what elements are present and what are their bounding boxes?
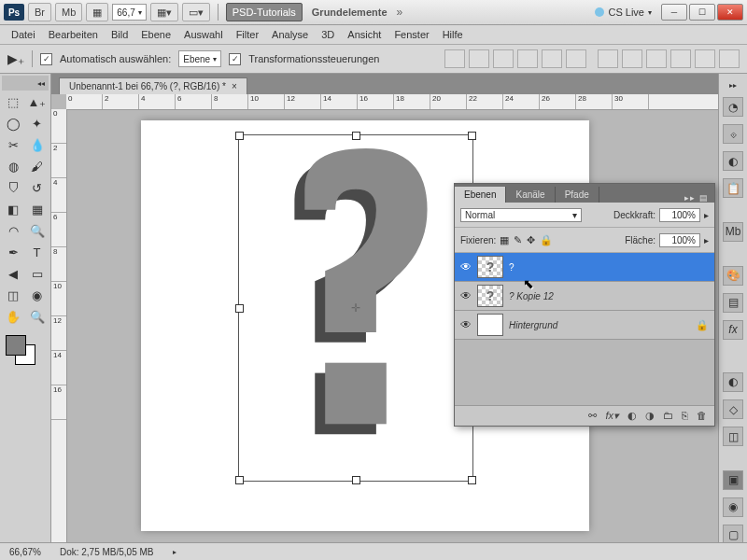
- close-button[interactable]: ✕: [717, 4, 743, 21]
- dock-swatches-icon[interactable]: 🎨: [723, 266, 743, 286]
- screenmode-button[interactable]: ▭▾: [182, 3, 210, 21]
- fill-input[interactable]: 100%: [659, 233, 700, 247]
- maximize-button[interactable]: ☐: [689, 4, 715, 21]
- dock-styles-icon[interactable]: ▤: [723, 293, 743, 313]
- history-brush-tool[interactable]: ↺: [26, 177, 49, 198]
- tab-pfade[interactable]: Pfade: [556, 187, 599, 203]
- marquee-tool[interactable]: ⬚: [2, 91, 24, 112]
- layer-name[interactable]: ?: [509, 262, 514, 273]
- handle-bl[interactable]: [235, 476, 244, 484]
- menu-fenster[interactable]: Fenster: [394, 29, 429, 40]
- dock-layers-icon[interactable]: ▣: [723, 470, 743, 490]
- arrange-button[interactable]: ▦▾: [150, 3, 178, 21]
- tab-kanaele[interactable]: Kanäle: [506, 187, 555, 203]
- toolbox-collapse-icon[interactable]: ◂◂: [2, 76, 49, 91]
- new-layer-icon[interactable]: ⎘: [682, 410, 688, 422]
- layer-row[interactable]: 👁 Hintergrund 🔒: [455, 311, 714, 340]
- status-zoom[interactable]: 66,67%: [9, 547, 41, 557]
- eraser-tool[interactable]: ◧: [2, 199, 24, 219]
- lock-image-icon[interactable]: ✎: [514, 234, 522, 246]
- handle-tm[interactable]: [352, 132, 360, 140]
- link-layers-icon[interactable]: ⚯: [588, 410, 597, 422]
- pen-tool[interactable]: ✒: [2, 242, 24, 262]
- lock-all-icon[interactable]: 🔒: [540, 234, 553, 246]
- color-swatches[interactable]: [2, 333, 49, 363]
- cslive-button[interactable]: CS Live: [608, 7, 644, 18]
- dock-channels-icon[interactable]: ◇: [723, 399, 743, 419]
- 3d-tool[interactable]: ◫: [2, 285, 24, 305]
- status-docsize[interactable]: Dok: 2,75 MB/5,05 MB: [60, 547, 154, 557]
- dock-actions-icon[interactable]: ▢: [723, 525, 743, 544]
- layer-name[interactable]: ? Kopie 12: [509, 291, 554, 301]
- handle-br[interactable]: [468, 476, 476, 484]
- brush-tool[interactable]: 🖌: [26, 156, 49, 176]
- mask-icon[interactable]: ◐: [627, 410, 637, 422]
- handle-bm[interactable]: [352, 476, 360, 484]
- layer-row[interactable]: 👁 ? ?: [455, 253, 714, 282]
- crop-tool[interactable]: ✂: [2, 134, 24, 155]
- layer-name[interactable]: Hintergrund: [509, 320, 557, 330]
- dock-fx-icon[interactable]: fx: [723, 320, 743, 340]
- 3d-cam-tool[interactable]: ◉: [26, 285, 49, 305]
- align-2-button[interactable]: [469, 49, 489, 68]
- path-select-tool[interactable]: ◀: [2, 263, 24, 284]
- eyedropper-tool[interactable]: 💧: [26, 134, 49, 155]
- dist-4-button[interactable]: [670, 49, 691, 68]
- dist-3-button[interactable]: [646, 49, 667, 68]
- zoom-select[interactable]: 66,7: [112, 4, 146, 21]
- visibility-icon[interactable]: 👁: [460, 318, 472, 331]
- menu-datei[interactable]: Datei: [11, 29, 35, 40]
- move-tool[interactable]: ▲₊: [26, 91, 49, 112]
- handle-tl[interactable]: [235, 132, 244, 140]
- essentials-button[interactable]: ▦: [86, 3, 108, 21]
- tab-close-icon[interactable]: ×: [232, 81, 237, 91]
- transform-checkbox[interactable]: ✓: [229, 53, 241, 65]
- blur-tool[interactable]: ◠: [2, 220, 24, 241]
- delete-layer-icon[interactable]: 🗑: [697, 410, 707, 422]
- menu-bearbeiten[interactable]: Bearbeiten: [49, 29, 98, 40]
- dock-collapse-icon[interactable]: ▸▸: [729, 81, 737, 90]
- heal-tool[interactable]: ◍: [2, 156, 24, 176]
- menu-bild[interactable]: Bild: [111, 29, 128, 40]
- align-6-button[interactable]: [566, 49, 586, 68]
- autoselect-target-select[interactable]: Ebene: [178, 50, 221, 67]
- dock-adjust-icon[interactable]: ⟐: [723, 124, 743, 144]
- group-icon[interactable]: 🗀: [663, 410, 673, 422]
- blend-mode-select[interactable]: Normal▾: [460, 208, 582, 222]
- dock-nav-icon[interactable]: ◐: [723, 372, 743, 392]
- dodge-tool[interactable]: 🔍: [26, 220, 49, 241]
- layer-thumbnail[interactable]: [477, 314, 503, 336]
- wand-tool[interactable]: ✦: [26, 113, 49, 133]
- menu-3d[interactable]: 3D: [321, 29, 334, 40]
- menu-ebene[interactable]: Ebene: [141, 29, 171, 40]
- layer-row[interactable]: 👁 ? ? Kopie 12: [455, 282, 714, 311]
- workspace-b-button[interactable]: Grundelemente: [306, 4, 393, 21]
- visibility-icon[interactable]: 👁: [460, 289, 472, 302]
- transform-bounding-box[interactable]: ✛: [238, 134, 473, 482]
- visibility-icon[interactable]: 👁: [460, 260, 472, 273]
- menu-hilfe[interactable]: Hilfe: [443, 29, 463, 40]
- handle-tr[interactable]: [468, 132, 476, 140]
- hand-tool[interactable]: ✋: [2, 306, 24, 327]
- more-workspaces-icon[interactable]: »: [397, 6, 403, 19]
- bridge-button[interactable]: Br: [28, 3, 51, 21]
- dist-1-button[interactable]: [598, 49, 618, 68]
- stamp-tool[interactable]: ⛉: [2, 177, 24, 198]
- foreground-color-swatch[interactable]: [6, 335, 26, 356]
- dist-5-button[interactable]: [695, 49, 715, 68]
- layer-thumbnail[interactable]: ?: [477, 256, 503, 278]
- gradient-tool[interactable]: ▦: [26, 199, 49, 219]
- workspace-a-button[interactable]: PSD-Tutorials: [226, 3, 303, 21]
- zoom-tool[interactable]: 🔍: [26, 306, 49, 327]
- handle-ml[interactable]: [235, 304, 244, 313]
- lock-position-icon[interactable]: ✥: [527, 234, 535, 246]
- dock-comps-icon[interactable]: ◉: [723, 497, 743, 517]
- lasso-tool[interactable]: ◯: [2, 113, 24, 133]
- opacity-input[interactable]: 100%: [659, 208, 700, 222]
- layer-thumbnail[interactable]: ?: [477, 285, 503, 307]
- dist-2-button[interactable]: [622, 49, 642, 68]
- align-3-button[interactable]: [493, 49, 514, 68]
- dock-mask-icon[interactable]: ◐: [723, 151, 743, 171]
- menu-auswahl[interactable]: Auswahl: [184, 29, 223, 40]
- shape-tool[interactable]: ▭: [26, 263, 49, 284]
